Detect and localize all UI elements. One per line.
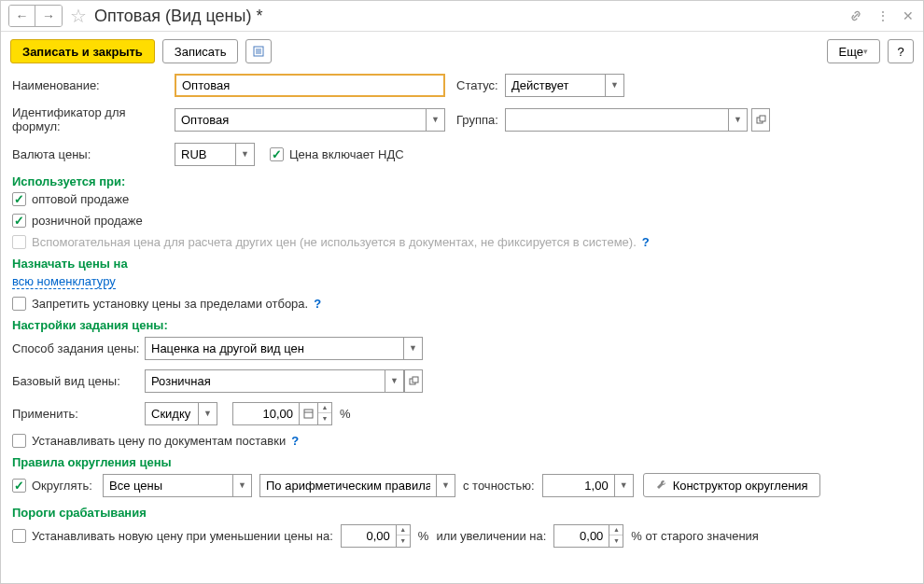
chevron-down-icon[interactable]: ▼ [199,402,217,425]
open-icon[interactable] [404,369,423,393]
spin-up[interactable]: ▲ [397,525,410,536]
apply-label: Применить: [12,407,145,421]
list-button[interactable] [245,39,272,63]
base-label: Базовый вид цены: [12,374,145,388]
more-button[interactable]: Еще [827,39,880,63]
spin-down[interactable]: ▼ [609,535,623,546]
help-icon[interactable]: ? [314,297,321,311]
decrease-input[interactable]: ▲ ▼ [341,524,411,548]
retail-checkbox[interactable] [12,214,26,228]
svg-rect-8 [304,410,313,418]
formula-id-label: Идентификатор для формул: [12,105,175,133]
apply-amount-input[interactable]: ▲ ▼ [232,402,332,425]
help-button[interactable]: ? [888,39,914,63]
header-actions: ⋮ ✕ [848,8,914,23]
rounding-title: Правила округления цены [12,455,912,469]
increase-label: или увеличении на: [436,529,546,543]
form: Наименование: Статус: ▼ Идентификатор дл… [1,71,923,558]
window-title: Оптовая (Вид цены) * [94,7,848,26]
help-icon[interactable]: ? [642,235,650,249]
method-label: Способ задания цены: [12,341,145,355]
thresholds-title: Пороги срабатывания [12,506,912,520]
precision-input[interactable]: ▼ [542,474,634,497]
usage-title: Используется при: [12,174,912,188]
close-icon[interactable]: ✕ [903,8,914,23]
kebab-icon[interactable]: ⋮ [876,8,889,23]
chevron-down-icon[interactable]: ▼ [427,108,445,132]
constructor-button[interactable]: Конструктор округления [643,473,820,497]
vat-checkbox[interactable] [270,147,284,161]
open-icon [756,115,766,125]
vat-label: Цена включает НДС [289,147,404,161]
forward-button[interactable]: → [35,6,62,26]
by-docs-checkbox[interactable] [12,434,26,448]
settings-title: Настройки задания цены: [12,318,912,332]
chevron-down-icon[interactable]: ▼ [437,474,455,497]
auxiliary-checkbox [12,235,26,249]
toolbar: Записать и закрыть Записать Еще ? [1,32,923,71]
name-label: Наименование: [12,78,175,92]
chevron-down-icon[interactable]: ▼ [729,108,748,132]
increase-input[interactable]: ▲ ▼ [553,524,623,548]
threshold-checkbox[interactable] [12,529,26,543]
spin-down[interactable]: ▼ [397,535,410,546]
status-label: Статус: [456,78,505,92]
forbid-checkbox[interactable] [12,297,26,311]
help-icon[interactable]: ? [291,434,299,448]
wholesale-checkbox[interactable] [12,192,26,206]
nav-buttons: ← → [8,5,63,27]
method-select[interactable]: ▼ [145,337,423,360]
spin-up[interactable]: ▲ [609,525,623,536]
link-icon[interactable] [848,8,863,23]
group-label: Группа: [456,113,505,127]
assign-title: Назначать цены на [12,257,912,271]
chevron-down-icon[interactable]: ▼ [615,474,634,497]
wholesale-label: оптовой продаже [32,192,129,206]
save-button[interactable]: Записать [162,39,239,63]
spin-down[interactable]: ▼ [318,413,331,424]
spinner[interactable]: ▲ ▼ [609,524,623,548]
calculator-icon[interactable] [300,402,318,425]
window-header: ← → ☆ Оптовая (Вид цены) * ⋮ ✕ [1,1,923,32]
wrench-icon [655,479,668,492]
forbid-label: Запретить установку цены за пределами от… [32,297,308,311]
suffix-label: % от старого значения [631,529,759,543]
spinner[interactable]: ▲ ▼ [318,402,332,425]
svg-rect-5 [760,116,765,121]
chevron-down-icon[interactable]: ▼ [233,474,252,497]
round-label: Округлять: [32,479,103,493]
save-close-button[interactable]: Записать и закрыть [10,39,155,63]
name-input[interactable] [175,74,445,97]
precision-label: с точностью: [463,479,535,493]
percent-label: % [418,529,429,543]
currency-label: Валюта цены: [12,147,175,161]
spin-up[interactable]: ▲ [318,403,331,414]
retail-label: розничной продаже [32,214,143,228]
auxiliary-label: Вспомогательная цена для расчета других … [32,235,637,249]
svg-rect-7 [413,377,418,382]
back-button[interactable]: ← [9,6,35,26]
round-rule-select[interactable]: ▼ [259,474,455,497]
spinner[interactable]: ▲ ▼ [397,524,411,548]
open-button[interactable] [751,108,770,132]
currency-select[interactable]: ▼ [175,143,255,166]
favorite-icon[interactable]: ☆ [70,5,87,27]
by-docs-label: Устанавливать цену по документам поставк… [32,434,286,448]
chevron-down-icon[interactable]: ▼ [385,369,404,393]
round-scope-select[interactable]: ▼ [103,474,252,497]
percent-label: % [340,407,351,421]
nomenclature-link[interactable]: всю номенклатуру [12,274,116,289]
chevron-down-icon[interactable]: ▼ [236,143,255,166]
formula-id-select[interactable]: ▼ [175,108,445,132]
list-icon [252,45,265,58]
chevron-down-icon[interactable]: ▼ [404,337,423,360]
round-checkbox[interactable] [12,479,26,493]
apply-select[interactable]: ▼ [145,402,217,425]
status-select[interactable]: ▼ [505,74,624,97]
group-select[interactable]: ▼ [505,108,748,132]
base-select[interactable]: ▼ [145,369,423,393]
chevron-down-icon[interactable]: ▼ [606,74,624,97]
decrease-label: Устанавливать новую цену при уменьшении … [32,529,333,543]
